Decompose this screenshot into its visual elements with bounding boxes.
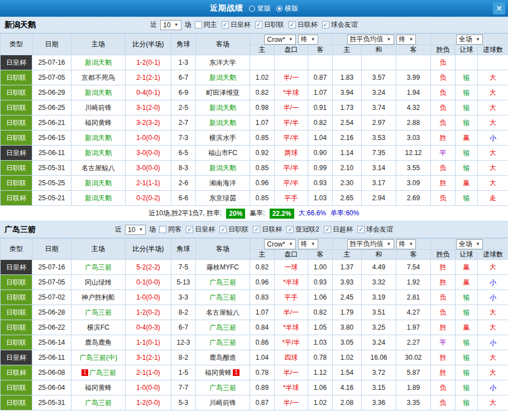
checkbox-checked-icon[interactable]: ✓ (255, 21, 262, 28)
filter-checkbox[interactable]: ✓日联杯 (253, 225, 282, 234)
select-value: 终 (301, 239, 308, 249)
sub-header-home-odds: 主 (250, 250, 275, 260)
match-type-cell: 日联杯 (1, 191, 32, 206)
filter-checkbox[interactable]: ✓球会友谊 (322, 20, 358, 30)
europe-draw-odds-cell: 3.14 (362, 161, 396, 176)
layout-vertical-radio[interactable]: 竖版 (249, 4, 271, 13)
europe-odds-select[interactable]: 胜平负均值 ▼ (347, 35, 394, 45)
odds-company-select[interactable]: Crow* ▼ (264, 35, 296, 45)
filter-checkbox-label: 日职联 (264, 20, 284, 30)
handicap-result-cell: 输 (456, 380, 478, 395)
match-type-cell: 日皇杯 (1, 260, 32, 275)
handicap-result-cell: 输 (456, 191, 478, 206)
handicap-result-cell: 赢 (456, 275, 478, 290)
filter-checkbox[interactable]: ✓球会友谊 (357, 225, 393, 234)
filter-checkbox[interactable]: ✓日皇杯 (222, 20, 251, 30)
europe-draw-odds-cell: 3.36 (362, 395, 396, 411)
filter-checkbox[interactable]: ✓日职联 (255, 20, 284, 30)
match-type-cell: 日皇杯 (1, 55, 32, 70)
away-team-cell: 广岛三箭 (196, 275, 250, 290)
filter-checkbox[interactable]: ✓日职联 (219, 225, 248, 234)
europe-home-odds-cell: 2.10 (333, 161, 362, 176)
corner-cell: 2-6 (171, 176, 196, 191)
checkbox-checked-icon[interactable]: ✓ (322, 21, 329, 28)
match-date-cell: 25-07-16 (32, 260, 71, 275)
europe-draw-odds-cell: 3.15 (362, 380, 396, 395)
team-section-header-2: 广岛三箭 近 10 ▼ 场 同客✓日皇杯✓日职联✓日联杯✓亚冠联2✓日超杯✓球会… (0, 221, 508, 238)
scope-select[interactable]: 全场 ▼ (456, 35, 483, 45)
europe-draw-odds-cell: 16.06 (362, 350, 396, 365)
home-team-name: 鹿岛鹿角 (85, 339, 112, 346)
asian-odds-header: Crow* ▼ 终 ▼ (250, 34, 333, 45)
checkbox-checked-icon[interactable]: ✓ (357, 226, 365, 233)
asian-home-odds-cell: 0.86 (250, 335, 275, 350)
filter-checkbox[interactable]: 同客 (159, 225, 181, 234)
home-team-cell: 川崎前锋 (71, 100, 126, 115)
checkbox-checked-icon[interactable]: ✓ (324, 226, 331, 233)
europe-final-select[interactable]: 终 ▼ (396, 239, 416, 249)
home-team-cell: 名古屋鲸八 (71, 161, 126, 176)
europe-home-odds-cell: 2.16 (333, 131, 362, 146)
stats-footer: 近10场,胜2平1负7, 胜率: 20% 赢率: 22.2% 大:66.6% 单… (0, 206, 508, 221)
filter-checkbox[interactable]: ✓日联杯 (289, 20, 318, 30)
filter-bar: 近 10 ▼ 场 同主✓日皇杯✓日职联✓日联杯✓球会友谊 (150, 20, 357, 30)
result-cell: 胜 (431, 275, 456, 290)
results-table-1: 类型 日期 主场 比分(半场) 角球 客场 Crow* ▼ 终 ▼ (0, 33, 508, 206)
home-team-name: 川崎前锋 (85, 104, 112, 112)
away-team-name: 广岛三箭 (209, 384, 236, 392)
match-date-cell: 25-07-05 (32, 275, 71, 290)
checkbox-checked-icon[interactable]: ✓ (219, 226, 227, 233)
chevron-down-icon: ▼ (387, 242, 391, 247)
near-label: 近 (150, 20, 157, 30)
checkbox-checked-icon[interactable]: ✓ (289, 21, 296, 28)
filter-checkbox[interactable]: ✓日皇杯 (186, 225, 215, 234)
odds-final-select[interactable]: 终 ▼ (298, 35, 318, 45)
filter-checkbox[interactable]: ✓日超杯 (324, 225, 353, 234)
checkbox-unchecked-icon[interactable] (195, 21, 202, 28)
sub-header-away-europe: 客 (396, 250, 431, 260)
checkbox-checked-icon[interactable]: ✓ (186, 226, 193, 233)
corner-cell: 6-7 (171, 70, 196, 85)
europe-odds-select[interactable]: 胜平负均值 ▼ (347, 239, 394, 249)
score-cell: 1-2(0-0) (126, 395, 171, 411)
match-count-select[interactable]: 10 ▼ (160, 20, 181, 30)
col-header-away: 客场 (196, 34, 250, 55)
handicap-result-cell: 输 (456, 161, 478, 176)
score-cell: 3-2(3-2) (126, 115, 171, 131)
score-cell: 0-2(0-2) (126, 191, 171, 206)
corner-cell: 2-7 (171, 115, 196, 131)
home-team-name: 福冈黄蜂 (85, 119, 112, 127)
home-team-name: 福冈黄蜂 (85, 384, 112, 392)
close-icon[interactable]: ✕ (493, 2, 505, 15)
layout-horizontal-radio[interactable]: 横版 (276, 4, 298, 13)
checkbox-checked-icon[interactable]: ✓ (286, 226, 294, 233)
odds-final-select[interactable]: 终 ▼ (298, 239, 318, 249)
score-cell: 3-0(0-0) (126, 146, 171, 161)
away-team-cell: 广岛三箭 (196, 290, 250, 305)
away-team-cell: 藤枝MYFC (196, 260, 250, 275)
checkbox-checked-icon[interactable]: ✓ (253, 226, 260, 233)
europe-away-odds-cell: 4.32 (396, 100, 431, 115)
corner-cell: 5-3 (171, 395, 196, 411)
home-team-cell: 横滨FC (71, 320, 126, 335)
corner-cell: 1-5 (171, 365, 196, 380)
match-type-cell: 日职联 (1, 305, 32, 320)
checkbox-unchecked-icon[interactable] (159, 226, 166, 233)
match-count-select[interactable]: 10 ▼ (125, 225, 146, 235)
home-team-cell: 新潟天鹅 (71, 191, 126, 206)
chevron-down-icon: ▼ (289, 37, 293, 42)
odds-company-select[interactable]: Crow* ▼ (264, 239, 296, 249)
home-team-cell: 京都不死鸟 (71, 70, 126, 85)
scope-select[interactable]: 全场 ▼ (456, 239, 483, 249)
sub-header-goals: 进球数 (478, 45, 508, 55)
sub-header-result: 胜负 (431, 45, 456, 55)
europe-final-select[interactable]: 终 ▼ (396, 35, 416, 45)
match-row: 日职联25-05-31广岛三箭1-2(0-0)5-3川崎前锋0.87半/一1.0… (1, 395, 508, 411)
filter-checkbox[interactable]: ✓亚冠联2 (286, 225, 319, 234)
sub-header-handicap-result: 让球 (456, 45, 478, 55)
asian-away-odds-cell: 1.04 (308, 131, 333, 146)
checkbox-checked-icon[interactable]: ✓ (222, 21, 229, 28)
filter-checkbox[interactable]: 同主 (195, 20, 217, 30)
asian-away-odds-cell: 0.87 (308, 70, 333, 85)
asian-home-odds-cell: 1.04 (250, 350, 275, 365)
